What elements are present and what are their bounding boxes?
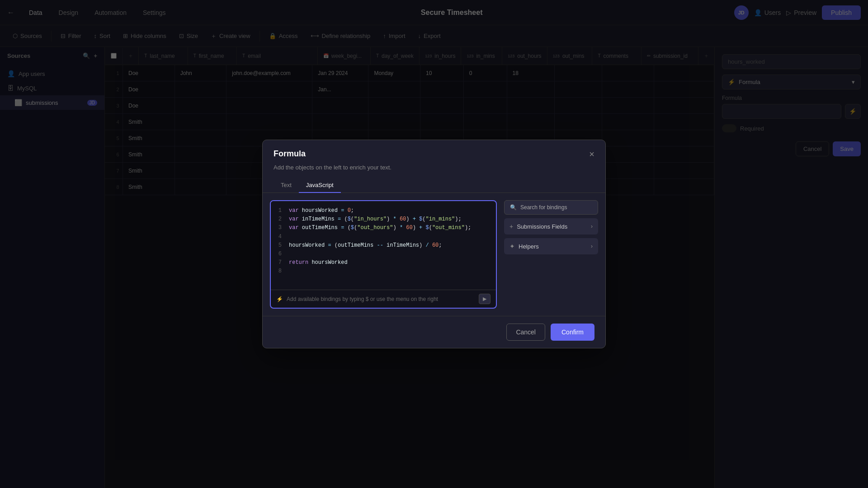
- modal-body: 12345678 var hoursWorked = 0; var inTime…: [263, 193, 605, 316]
- line-numbers: 12345678: [271, 201, 285, 290]
- modal-overlay: Formula × Add the objects on the left to…: [0, 0, 868, 488]
- modal-subtitle: Add the objects on the left to enrich yo…: [263, 164, 605, 178]
- code-content[interactable]: var hoursWorked = 0; var inTimeMins = ($…: [285, 201, 496, 290]
- modal-confirm-button[interactable]: Confirm: [551, 324, 594, 341]
- binding-submissions-text: Submissions Fields: [517, 223, 567, 230]
- code-editor[interactable]: 12345678 var hoursWorked = 0; var inTime…: [270, 200, 497, 309]
- bindings-search[interactable]: 🔍 Search for bindings: [504, 200, 598, 215]
- binding-helpers-text: Helpers: [519, 243, 539, 250]
- lightning-icon: ⚡: [276, 296, 283, 302]
- code-footer: ⚡ Add available bindings by typing $ or …: [271, 290, 496, 308]
- binding-submissions-icon: +: [509, 223, 513, 230]
- search-icon-2: 🔍: [510, 204, 517, 211]
- run-button[interactable]: ▶: [479, 294, 491, 304]
- binding-helpers-icon: ✦: [509, 243, 515, 250]
- chevron-right-icon-2: ›: [591, 243, 593, 249]
- modal-title: Formula: [274, 149, 306, 159]
- code-hint: Add available bindings by typing $ or us…: [287, 296, 438, 302]
- bindings-search-label: Search for bindings: [520, 204, 567, 211]
- formula-modal: Formula × Add the objects on the left to…: [262, 140, 606, 348]
- bindings-panel: 🔍 Search for bindings + Submissions Fiel…: [497, 193, 605, 316]
- tab-javascript[interactable]: JavaScript: [299, 178, 341, 193]
- modal-footer: Cancel Confirm: [263, 316, 605, 348]
- binding-helpers[interactable]: ✦ Helpers ›: [504, 238, 598, 254]
- modal-header: Formula ×: [263, 140, 605, 164]
- tab-text[interactable]: Text: [274, 178, 299, 193]
- modal-cancel-button[interactable]: Cancel: [506, 324, 545, 341]
- binding-helpers-label: ✦ Helpers: [509, 243, 539, 250]
- modal-close-button[interactable]: ×: [589, 150, 594, 159]
- modal-tabs: Text JavaScript: [263, 178, 605, 193]
- chevron-right-icon: ›: [591, 223, 593, 230]
- binding-submissions-fields[interactable]: + Submissions Fields ›: [504, 218, 598, 235]
- binding-submissions-fields-label: + Submissions Fields: [509, 223, 567, 230]
- code-area: 12345678 var hoursWorked = 0; var inTime…: [271, 201, 496, 290]
